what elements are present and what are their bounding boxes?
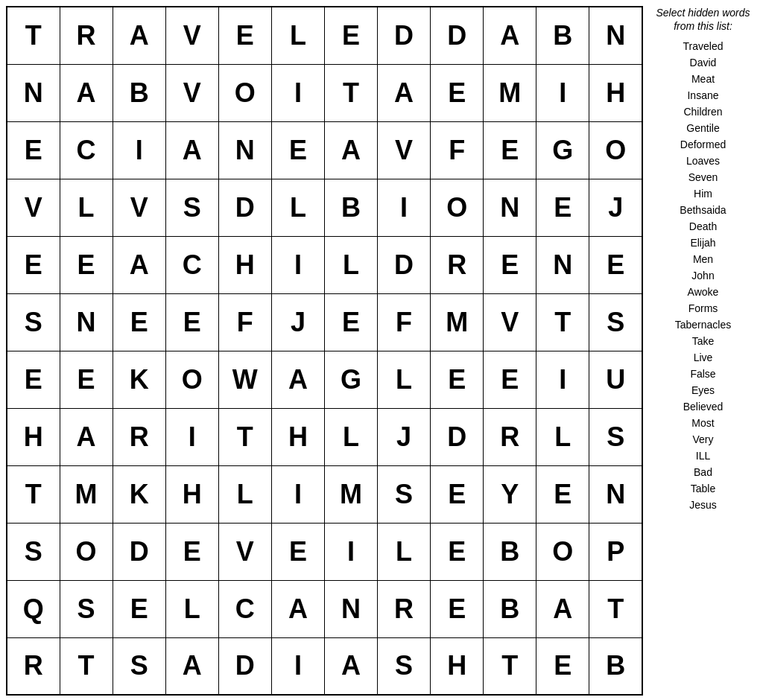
grid-cell-10-5[interactable]: A <box>271 580 324 637</box>
grid-cell-8-9[interactable]: Y <box>484 465 536 523</box>
grid-cell-11-2[interactable]: S <box>113 637 165 695</box>
grid-cell-6-9[interactable]: E <box>484 351 536 408</box>
word-item-23[interactable]: Most <box>691 416 714 431</box>
word-item-22[interactable]: Believed <box>683 399 724 415</box>
grid-cell-4-7[interactable]: D <box>378 236 431 293</box>
grid-cell-6-0[interactable]: E <box>7 351 60 408</box>
grid-cell-4-2[interactable]: A <box>113 236 165 293</box>
grid-cell-4-5[interactable]: I <box>271 236 324 293</box>
grid-cell-2-1[interactable]: C <box>60 121 113 179</box>
grid-cell-0-9[interactable]: A <box>484 7 536 64</box>
grid-cell-2-9[interactable]: E <box>484 121 536 179</box>
grid-cell-10-11[interactable]: T <box>589 580 642 637</box>
grid-cell-6-4[interactable]: W <box>218 351 271 408</box>
grid-cell-9-10[interactable]: O <box>536 523 589 580</box>
grid-cell-8-6[interactable]: M <box>324 465 377 523</box>
grid-cell-9-0[interactable]: S <box>7 523 60 580</box>
grid-cell-4-4[interactable]: H <box>218 236 271 293</box>
word-item-13[interactable]: Men <box>693 252 713 267</box>
grid-cell-4-8[interactable]: R <box>431 236 484 293</box>
grid-cell-3-4[interactable]: D <box>218 179 271 236</box>
grid-cell-5-1[interactable]: N <box>60 293 113 351</box>
grid-cell-11-5[interactable]: I <box>271 637 324 695</box>
word-item-10[interactable]: Bethsaida <box>680 203 726 218</box>
grid-cell-3-9[interactable]: N <box>484 179 536 236</box>
grid-cell-3-8[interactable]: O <box>431 179 484 236</box>
grid-cell-5-2[interactable]: E <box>113 293 165 351</box>
grid-cell-5-4[interactable]: F <box>218 293 271 351</box>
grid-cell-8-3[interactable]: H <box>165 465 218 523</box>
grid-cell-8-4[interactable]: L <box>218 465 271 523</box>
grid-cell-7-6[interactable]: L <box>324 408 377 465</box>
word-item-28[interactable]: Jesus <box>689 497 717 513</box>
grid-cell-9-1[interactable]: O <box>60 523 113 580</box>
grid-cell-8-7[interactable]: S <box>378 465 431 523</box>
grid-cell-8-0[interactable]: T <box>7 465 60 523</box>
grid-cell-9-2[interactable]: D <box>113 523 165 580</box>
word-item-9[interactable]: Him <box>694 186 712 202</box>
grid-cell-11-1[interactable]: T <box>60 637 113 695</box>
grid-cell-4-9[interactable]: E <box>484 236 536 293</box>
grid-cell-0-2[interactable]: A <box>113 7 165 64</box>
grid-cell-0-6[interactable]: E <box>324 7 377 64</box>
grid-cell-7-11[interactable]: S <box>589 408 642 465</box>
grid-cell-9-11[interactable]: P <box>589 523 642 580</box>
grid-cell-7-8[interactable]: D <box>431 408 484 465</box>
grid-cell-10-2[interactable]: E <box>113 580 165 637</box>
grid-cell-8-10[interactable]: E <box>536 465 589 523</box>
grid-cell-0-10[interactable]: B <box>536 7 589 64</box>
grid-cell-10-10[interactable]: A <box>536 580 589 637</box>
grid-cell-8-8[interactable]: E <box>431 465 484 523</box>
grid-cell-8-2[interactable]: K <box>113 465 165 523</box>
word-item-4[interactable]: Children <box>683 104 722 120</box>
word-item-20[interactable]: False <box>690 366 715 382</box>
grid-cell-2-0[interactable]: E <box>7 121 60 179</box>
grid-cell-10-7[interactable]: R <box>378 580 431 637</box>
grid-cell-0-4[interactable]: E <box>218 7 271 64</box>
grid-cell-2-6[interactable]: A <box>324 121 377 179</box>
grid-cell-1-3[interactable]: V <box>165 64 218 121</box>
grid-cell-9-3[interactable]: E <box>165 523 218 580</box>
grid-cell-4-3[interactable]: C <box>165 236 218 293</box>
grid-cell-5-10[interactable]: T <box>536 293 589 351</box>
grid-cell-7-9[interactable]: R <box>484 408 536 465</box>
grid-cell-5-5[interactable]: J <box>271 293 324 351</box>
grid-cell-1-7[interactable]: A <box>378 64 431 121</box>
grid-cell-3-10[interactable]: E <box>536 179 589 236</box>
grid-cell-0-5[interactable]: L <box>271 7 324 64</box>
grid-cell-3-6[interactable]: B <box>324 179 377 236</box>
word-item-11[interactable]: Death <box>689 219 717 235</box>
word-item-12[interactable]: Elijah <box>690 235 715 251</box>
grid-cell-2-11[interactable]: O <box>589 121 642 179</box>
word-item-17[interactable]: Tabernacles <box>675 317 732 333</box>
grid-cell-3-7[interactable]: I <box>378 179 431 236</box>
grid-cell-4-10[interactable]: N <box>536 236 589 293</box>
grid-cell-8-1[interactable]: M <box>60 465 113 523</box>
grid-cell-11-6[interactable]: A <box>324 637 377 695</box>
grid-cell-6-5[interactable]: A <box>271 351 324 408</box>
word-item-24[interactable]: Very <box>692 432 713 448</box>
grid-cell-9-9[interactable]: B <box>484 523 536 580</box>
grid-cell-1-10[interactable]: I <box>536 64 589 121</box>
grid-cell-6-2[interactable]: K <box>113 351 165 408</box>
grid-cell-10-4[interactable]: C <box>218 580 271 637</box>
grid-cell-7-3[interactable]: I <box>165 408 218 465</box>
grid-cell-7-2[interactable]: R <box>113 408 165 465</box>
grid-cell-3-1[interactable]: L <box>60 179 113 236</box>
grid-cell-6-1[interactable]: E <box>60 351 113 408</box>
grid-cell-9-8[interactable]: E <box>431 523 484 580</box>
grid-cell-2-7[interactable]: V <box>378 121 431 179</box>
grid-cell-5-8[interactable]: M <box>431 293 484 351</box>
grid-cell-5-11[interactable]: S <box>589 293 642 351</box>
word-item-0[interactable]: Traveled <box>683 39 724 54</box>
grid-cell-11-10[interactable]: E <box>536 637 589 695</box>
grid-cell-1-0[interactable]: N <box>7 64 60 121</box>
grid-cell-3-5[interactable]: L <box>271 179 324 236</box>
grid-cell-3-0[interactable]: V <box>7 179 60 236</box>
grid-cell-11-11[interactable]: B <box>589 637 642 695</box>
grid-cell-11-8[interactable]: H <box>431 637 484 695</box>
word-item-27[interactable]: Table <box>691 481 715 497</box>
grid-cell-10-3[interactable]: L <box>165 580 218 637</box>
grid-cell-11-0[interactable]: R <box>7 637 60 695</box>
grid-cell-2-3[interactable]: A <box>165 121 218 179</box>
